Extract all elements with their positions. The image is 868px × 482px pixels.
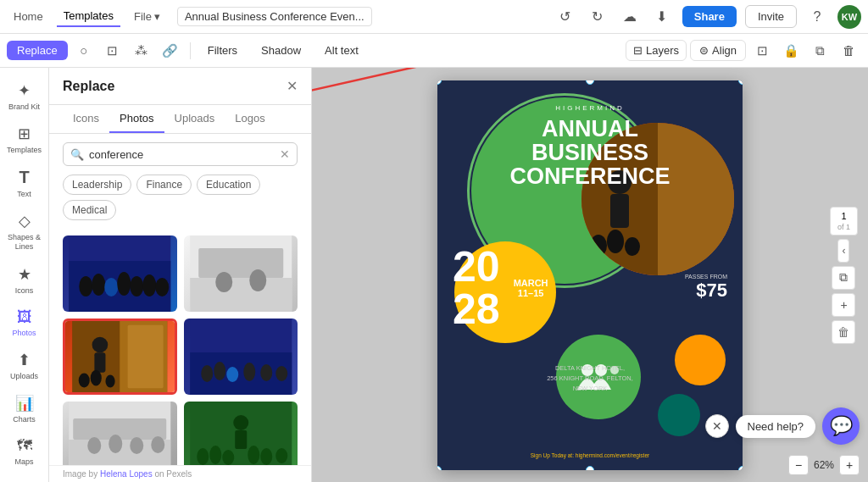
crop-icon[interactable]: ⊡ xyxy=(100,38,125,64)
svg-point-13 xyxy=(249,269,266,291)
home-tab[interactable]: Home xyxy=(7,7,50,26)
handle-tl[interactable] xyxy=(437,80,442,85)
templates-icon: ⊞ xyxy=(18,125,31,143)
svg-point-26 xyxy=(214,362,225,380)
handle-br[interactable] xyxy=(738,466,743,470)
zoom-out-button[interactable]: − xyxy=(788,455,809,475)
svg-point-6 xyxy=(130,276,143,296)
filter-tag-education[interactable]: Education xyxy=(197,175,260,195)
layers-panel-button[interactable]: ⊟ Layers xyxy=(626,40,687,61)
photo-credit-link[interactable]: Helena Lopes xyxy=(100,469,153,479)
sidebar-item-qr-code[interactable]: ⊞ QR Code xyxy=(0,473,48,482)
canvas-area[interactable]: HIGHERMIND ANNUALBUSINESSCONFERENCE 2028… xyxy=(312,68,868,482)
handle-bm[interactable] xyxy=(586,466,594,470)
undo-button[interactable]: ↺ xyxy=(554,5,577,29)
search-clear-button[interactable]: ✕ xyxy=(280,147,290,161)
align-button[interactable]: ⊜ Align xyxy=(690,40,746,61)
svg-point-43 xyxy=(222,450,234,465)
link-icon[interactable]: 🔗 xyxy=(158,38,183,64)
photo-item-6[interactable] xyxy=(184,402,298,465)
main-area: ✦ Brand Kit ⊞ Templates T Text ◇ Shapes … xyxy=(0,68,868,482)
sidebar-item-templates[interactable]: ⊞ Templates xyxy=(0,118,48,161)
handle-tr[interactable] xyxy=(738,80,743,85)
icon-nav: ✦ Brand Kit ⊞ Templates T Text ◇ Shapes … xyxy=(0,68,49,482)
help-bubble: ✕ Need help? 💬 xyxy=(705,407,860,445)
canvas-tools: ‹ xyxy=(837,239,849,263)
photo-item-3[interactable] xyxy=(63,319,177,395)
panel-tabs: Icons Photos Uploads Logos xyxy=(49,105,311,134)
canvas-add-button[interactable]: + xyxy=(832,293,855,317)
poster-passes-label: PASSES FROM xyxy=(685,274,727,280)
photo-item-4[interactable] xyxy=(184,319,298,395)
filter-tag-medical[interactable]: Medical xyxy=(63,200,116,220)
poster-cta: Sign Up Today at: highermind.com/event/r… xyxy=(437,452,743,458)
text-icon: T xyxy=(19,168,29,187)
redo-button[interactable]: ↻ xyxy=(586,5,609,29)
replace-button[interactable]: Replace xyxy=(7,41,68,60)
page-indicator: 1 of 1 xyxy=(830,207,858,235)
canvas-copy-button[interactable]: ⧉ xyxy=(832,266,855,290)
photo-footer: Image by Helena Lopes on Pexels xyxy=(49,465,311,482)
handle-tm[interactable] xyxy=(586,80,594,85)
panel-close-button[interactable]: ✕ xyxy=(287,78,298,94)
shadow-button[interactable]: Shadow xyxy=(251,41,311,60)
search-row: 🔍 ✕ xyxy=(49,134,311,175)
svg-rect-40 xyxy=(235,430,247,449)
layers-icon: ⊟ xyxy=(633,44,643,57)
file-menu[interactable]: File ▾ xyxy=(127,7,167,26)
svg-point-44 xyxy=(248,446,259,464)
alt-text-button[interactable]: Alt text xyxy=(314,41,369,60)
svg-point-27 xyxy=(226,367,238,382)
sidebar-item-charts[interactable]: 📊 Charts xyxy=(0,387,48,430)
help-chat-button[interactable]: 💬 xyxy=(822,407,860,445)
sidebar-item-maps[interactable]: 🗺 Maps xyxy=(0,430,48,473)
templates-tab[interactable]: Templates xyxy=(57,6,120,27)
lock-icon[interactable]: 🔒 xyxy=(778,38,804,64)
svg-rect-10 xyxy=(190,278,292,312)
share-button[interactable]: Share xyxy=(682,6,737,27)
svg-point-45 xyxy=(260,448,272,465)
tab-logos[interactable]: Logos xyxy=(225,105,275,133)
sidebar-item-brand-kit[interactable]: ✦ Brand Kit xyxy=(0,75,48,118)
tab-photos[interactable]: Photos xyxy=(109,105,164,133)
sidebar-item-photos[interactable]: 🖼 Photos xyxy=(0,302,48,344)
pattern-icon[interactable]: ⁂ xyxy=(129,38,154,64)
svg-point-20 xyxy=(79,374,90,388)
circle-icon[interactable]: ○ xyxy=(71,38,97,64)
help-icon[interactable]: ? xyxy=(805,5,829,29)
user-avatar[interactable]: KW xyxy=(837,5,861,29)
download-button[interactable]: ⬇ xyxy=(650,5,674,29)
svg-point-42 xyxy=(209,446,221,464)
cloud-button[interactable]: ☁ xyxy=(618,5,642,29)
search-input[interactable] xyxy=(89,148,275,161)
circle-teal-small xyxy=(658,394,700,436)
canvas-delete-button[interactable]: 🗑 xyxy=(832,320,855,344)
group-icon[interactable]: ⊡ xyxy=(749,38,775,64)
invite-button[interactable]: Invite xyxy=(745,5,797,28)
help-close-button[interactable]: ✕ xyxy=(705,414,729,438)
filter-tag-finance[interactable]: Finance xyxy=(136,175,192,195)
svg-point-16 xyxy=(92,337,108,353)
poster[interactable]: HIGHERMIND ANNUALBUSINESSCONFERENCE 2028… xyxy=(437,80,743,470)
tab-icons[interactable]: Icons xyxy=(63,105,109,133)
poster-date-section: 2028 MARCH 11–15 PASSES FROM $75 xyxy=(437,246,743,330)
svg-rect-11 xyxy=(198,248,283,278)
sidebar-item-icons[interactable]: ★ Icons xyxy=(0,258,48,302)
zoom-in-button[interactable]: + xyxy=(839,455,860,475)
handle-bl[interactable] xyxy=(437,466,442,470)
trash-icon[interactable]: 🗑 xyxy=(836,38,861,64)
poster-brand-area: HIGHERMIND ANNUALBUSINESSCONFERENCE xyxy=(437,104,743,189)
filter-tag-leadership[interactable]: Leadership xyxy=(63,175,131,195)
copy-icon[interactable]: ⧉ xyxy=(807,38,832,64)
sidebar-item-text[interactable]: T Text xyxy=(0,161,48,205)
tab-uploads[interactable]: Uploads xyxy=(164,105,225,133)
filters-button[interactable]: Filters xyxy=(198,41,248,60)
svg-point-3 xyxy=(92,274,105,296)
sidebar-item-uploads[interactable]: ⬆ Uploads xyxy=(0,344,48,387)
photo-item-2[interactable] xyxy=(184,235,298,312)
photo-item-1[interactable] xyxy=(63,235,177,312)
photo-item-5[interactable] xyxy=(63,402,177,465)
collapse-icon[interactable]: ‹ xyxy=(842,245,845,257)
sidebar-item-shapes[interactable]: ◇ Shapes &Lines xyxy=(0,205,48,258)
filename-display[interactable]: Annual Business Conference Even... xyxy=(177,7,372,26)
